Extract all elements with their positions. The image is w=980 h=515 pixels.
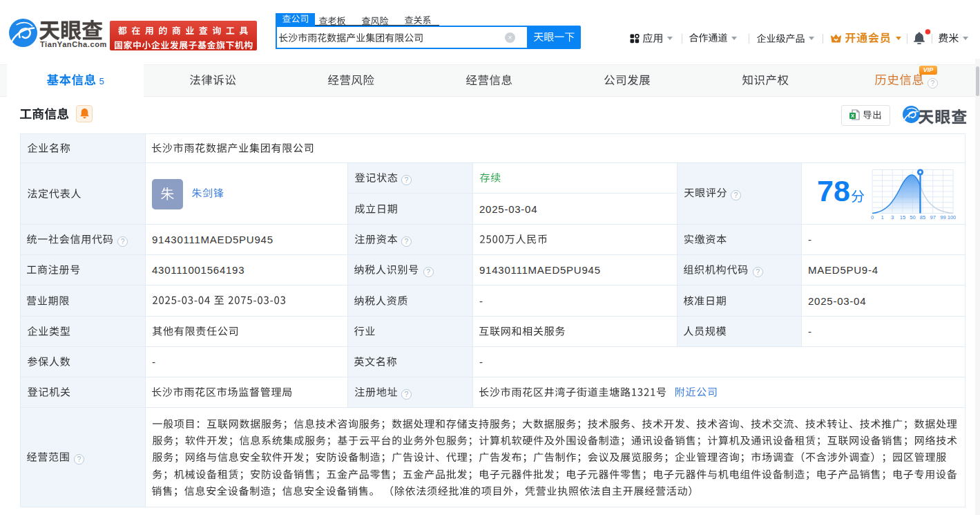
- svg-text:1: 1: [881, 214, 883, 221]
- svg-text:100: 100: [948, 214, 956, 221]
- svg-text:50: 50: [910, 214, 915, 221]
- svg-text:97: 97: [930, 214, 935, 221]
- svg-text:15: 15: [900, 214, 905, 221]
- svg-text:99: 99: [940, 214, 945, 221]
- svg-text:0: 0: [871, 214, 874, 221]
- svg-text:85: 85: [920, 214, 925, 221]
- svg-text:3: 3: [891, 214, 894, 221]
- svg-text:X: X: [851, 113, 854, 119]
